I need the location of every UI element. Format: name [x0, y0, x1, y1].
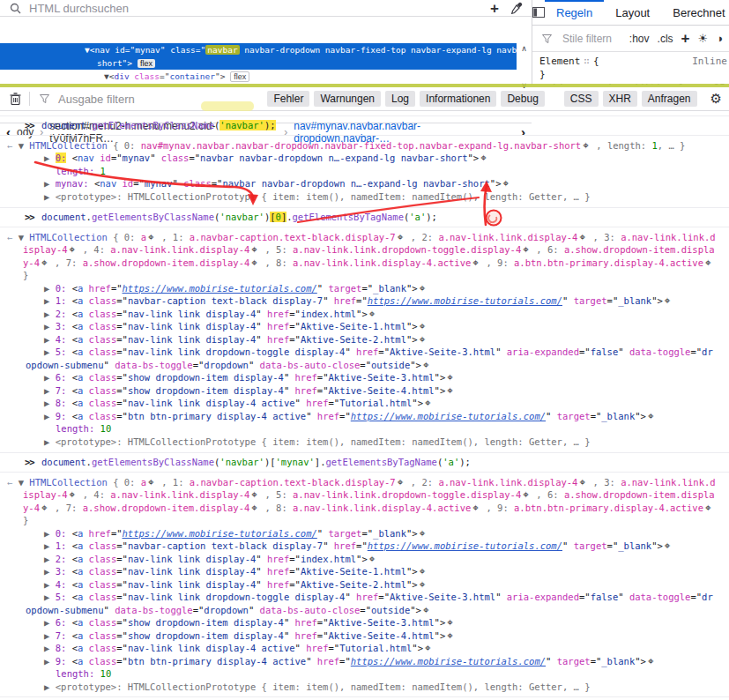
expand-toggle-icon[interactable]: ▶ [44, 398, 56, 408]
inspect-target-icon[interactable]: ⌖ [479, 152, 488, 164]
styles-filter-input[interactable]: Stile filtern [562, 33, 621, 45]
inspect-target-icon[interactable]: ⌖ [368, 308, 377, 320]
dark-scheme-icon[interactable]: ◑ [716, 32, 723, 45]
expand-toggle-icon[interactable]: ▶ [44, 592, 56, 602]
expand-toggle-icon[interactable]: ▶ [44, 579, 56, 590]
markup-row-container[interactable]: ▼<div class="container">flex [0, 70, 532, 83]
expand-toggle-icon[interactable]: ▶ [44, 385, 56, 396]
inspect-target-icon[interactable]: ⌖ [146, 476, 156, 488]
add-rule-button[interactable]: + [681, 31, 690, 46]
inspect-target-icon[interactable]: ⌖ [521, 488, 531, 501]
expand-toggle-icon[interactable]: ▶ [44, 554, 56, 564]
inspect-target-icon[interactable]: ⌖ [249, 502, 259, 514]
inspect-target-icon[interactable]: ⌖ [418, 320, 428, 332]
tab-layout[interactable]: Layout [604, 0, 661, 25]
inspect-target-icon[interactable]: ⌖ [418, 282, 428, 294]
filter-button-css[interactable]: CSS [564, 91, 599, 107]
scroll-up-icon[interactable]: ∧ [517, 42, 531, 55]
inspect-target-icon[interactable]: ⌖ [396, 476, 405, 488]
light-scheme-icon[interactable]: ☀ [697, 32, 708, 45]
markup-row-nav-line1[interactable]: ▼<nav id="mynav" class="navbar navbar-dr… [0, 43, 517, 56]
filter-button-anfragen[interactable]: Anfragen [642, 91, 697, 107]
expand-toggle-icon[interactable]: ▶ [44, 295, 56, 306]
inspect-target-icon[interactable]: ⌖ [249, 257, 259, 269]
flex-highlight-icon[interactable]: ∷ [584, 55, 590, 68]
expand-toggle-icon[interactable]: ▶ [44, 334, 56, 345]
expand-toggle-icon[interactable]: ▶ [44, 372, 56, 383]
eyedropper-icon[interactable] [509, 0, 524, 16]
filter-button-log[interactable]: Log [385, 91, 415, 107]
expand-toggle-icon[interactable]: ▼ [19, 232, 30, 242]
expand-toggle-icon[interactable]: ▶ [44, 191, 56, 202]
inspect-target-icon[interactable]: ⌖ [421, 604, 431, 616]
filter-button-warnungen[interactable]: Warnungen [314, 91, 381, 107]
inspect-target-icon[interactable]: ⌖ [521, 243, 531, 256]
expand-toggle-icon[interactable]: ▶ [44, 528, 56, 539]
inspect-target-icon[interactable]: ⌖ [249, 243, 259, 256]
inspect-target-icon[interactable]: ⌖ [501, 177, 510, 190]
expand-toggle-icon[interactable]: ▶ [44, 346, 56, 357]
inspect-target-icon[interactable]: ⌖ [445, 384, 455, 397]
expand-toggle-icon[interactable]: ▶ [44, 411, 56, 421]
filter-button-debug[interactable]: Debug [501, 91, 544, 107]
inspect-target-icon[interactable]: ⌖ [68, 488, 78, 501]
inspect-target-icon[interactable]: ⌖ [68, 243, 78, 256]
expand-toggle-icon[interactable]: ▶ [44, 153, 56, 163]
filter-button-informationen[interactable]: Informationen [420, 91, 496, 107]
tab-regeln[interactable]: Regeln [545, 0, 604, 25]
tab-berechnet[interactable]: Berechnet [661, 0, 729, 25]
inspect-target-icon[interactable]: ⌖ [418, 527, 428, 540]
inspect-target-icon[interactable]: ⌖ [471, 502, 480, 514]
expand-toggle-icon[interactable]: ▶ [44, 321, 56, 331]
inspect-target-icon[interactable]: ⌖ [703, 502, 713, 514]
expand-toggle-icon[interactable]: ▶ [44, 617, 56, 628]
class-panel-button[interactable]: .cls [658, 33, 673, 45]
expand-toggle-icon[interactable]: ▶ [44, 643, 56, 653]
panel-toggle-icon[interactable] [532, 0, 545, 25]
inspect-target-icon[interactable]: ⌖ [445, 629, 455, 642]
inspect-target-icon[interactable]: ⌖ [396, 231, 405, 243]
expand-toggle-icon[interactable]: ▶ [44, 630, 56, 641]
inspect-target-icon[interactable]: ⌖ [146, 231, 156, 243]
inspect-target-icon[interactable]: ⌖ [40, 257, 49, 269]
expand-toggle-icon[interactable]: ▼ [19, 140, 30, 151]
expand-toggle-icon[interactable]: ▶ [44, 436, 56, 447]
rule-source-link[interactable]: Inline [692, 55, 727, 68]
inspect-target-icon[interactable]: ⌖ [423, 642, 433, 654]
inspect-target-icon[interactable]: ⌖ [577, 231, 587, 243]
expand-toggle-icon[interactable]: ▶ [44, 309, 56, 319]
inspect-target-icon[interactable]: ⌖ [646, 655, 656, 667]
filter-button-fehler[interactable]: Fehler [267, 91, 309, 107]
expand-toggle-icon[interactable]: ▶ [44, 178, 56, 189]
inspect-target-icon[interactable]: ⌖ [646, 410, 656, 422]
rule-element[interactable]: Element ∷ { Inline [539, 55, 729, 68]
inspect-target-icon[interactable]: ⌖ [418, 333, 428, 346]
inspect-target-icon[interactable]: ⌖ [445, 371, 455, 384]
expand-toggle-icon[interactable]: ▶ [44, 540, 56, 551]
expand-toggle-icon[interactable]: ▶ [44, 656, 56, 666]
inspect-target-icon[interactable]: ⌖ [663, 294, 673, 307]
inspect-target-icon[interactable]: ⌖ [663, 540, 673, 552]
inspect-target-icon[interactable]: ⌖ [40, 502, 49, 514]
inspect-target-icon[interactable]: ⌖ [703, 257, 713, 269]
html-search-input[interactable]: HTML durchsuchen [29, 2, 480, 15]
inspect-target-icon[interactable]: ⌖ [445, 616, 455, 629]
expand-toggle-icon[interactable]: ▶ [44, 283, 56, 294]
expand-toggle-icon[interactable]: ▶ [44, 566, 56, 577]
console-filter-input[interactable]: Ausgabe filtern [58, 93, 135, 106]
markup-row-nav-line2[interactable]: short">flex [0, 56, 517, 70]
inspect-target-icon[interactable]: ⌖ [421, 359, 431, 371]
inspect-target-icon[interactable]: ⌖ [418, 565, 428, 577]
pseudo-class-button[interactable]: :hov [629, 33, 650, 45]
add-node-button[interactable]: + [487, 0, 502, 16]
inspect-target-icon[interactable]: ⌖ [249, 488, 259, 501]
inspect-target-icon[interactable]: ⌖ [471, 257, 480, 269]
inspect-target-icon[interactable]: ⌖ [581, 139, 591, 152]
inspect-target-icon[interactable]: ⌖ [368, 553, 377, 565]
expand-toggle-icon[interactable]: ▶ [44, 681, 56, 692]
inspect-target-icon[interactable]: ⌖ [423, 397, 433, 409]
filter-button-xhr[interactable]: XHR [603, 91, 637, 107]
console-settings-gear-icon[interactable]: ⚙ [710, 91, 722, 107]
inspect-target-icon[interactable]: ⌖ [577, 476, 587, 488]
expand-toggle-icon[interactable]: ▼ [19, 477, 30, 488]
